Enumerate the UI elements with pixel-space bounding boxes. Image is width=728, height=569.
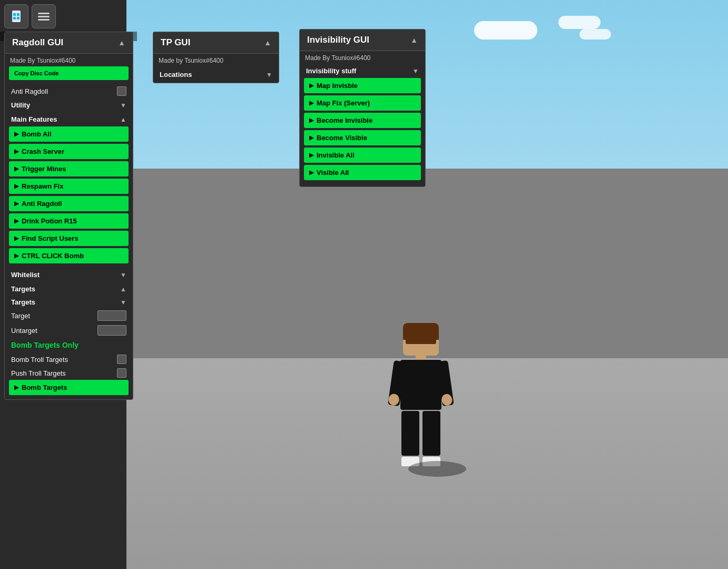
utility-arrow: ▼	[120, 102, 126, 109]
svg-rect-5	[38, 13, 50, 14]
cursor-icon-3: ▶	[14, 165, 18, 172]
bomb-all-button[interactable]: ▶ Bomb All	[9, 126, 129, 142]
cursor-icon-7: ▶	[14, 235, 18, 242]
invis-gui-header: Invisibility GUI ▲	[300, 30, 425, 51]
untarget-input[interactable]	[97, 325, 126, 336]
main-features-label: Main Features	[11, 115, 57, 123]
target-input[interactable]	[97, 310, 126, 321]
top-icons-container	[4, 4, 56, 28]
cursor-icon-6: ▶	[14, 218, 18, 224]
untarget-label: Untarget	[11, 327, 37, 335]
anti-ragdoll-row: Anti Ragdoll	[5, 84, 133, 98]
cursor-icon-mf: ▶	[309, 100, 313, 106]
char-right-leg-upper	[422, 411, 440, 456]
respawn-fix-button[interactable]: ▶ Respawn Fix	[9, 179, 129, 194]
cursor-icon-bomb-targets: ▶	[14, 384, 18, 391]
map-fix-server-button[interactable]: ▶ Map Fix (Server)	[304, 95, 421, 111]
svg-rect-2	[17, 13, 19, 16]
tp-gui-panel: TP GUI ▲ Made by Tsuniox#6400 Locations …	[153, 32, 279, 83]
roblox-logo-icon	[9, 9, 24, 24]
targets-label: Targets	[11, 285, 35, 293]
cursor-icon-bv: ▶	[309, 134, 313, 141]
char-left-leg-upper	[401, 411, 419, 456]
crash-server-button[interactable]: ▶ Crash Server	[9, 144, 129, 159]
cursor-icon-va: ▶	[309, 169, 313, 176]
char-head	[403, 323, 439, 356]
cursor-icon-2: ▶	[14, 148, 18, 155]
invis-gui-collapse[interactable]: ▲	[410, 36, 418, 44]
svg-rect-1	[13, 13, 16, 16]
utility-section[interactable]: Utility ▼	[5, 98, 133, 112]
targets-sub-arrow: ▼	[120, 299, 126, 306]
cursor-icon-ia: ▶	[309, 152, 313, 159]
locations-label: Locations	[160, 71, 192, 79]
cursor-icon-4: ▶	[14, 183, 18, 190]
targets-section-header[interactable]: Targets ▲	[5, 282, 133, 296]
become-visible-button[interactable]: ▶ Become Visible	[304, 130, 421, 145]
char-torso	[400, 360, 441, 410]
targets-sub-label: Targets	[11, 298, 35, 306]
invis-gui-panel: Invisibility GUI ▲ Made By Tsuniox#6400 …	[299, 29, 426, 187]
find-script-users-button[interactable]: ▶ Find Script Users	[9, 231, 129, 246]
map-invisible-button[interactable]: ▶ Map Invisble	[304, 78, 421, 93]
svg-rect-7	[38, 19, 50, 21]
ctrl-click-bomb-button[interactable]: ▶ CTRL CLICK Bomb	[9, 248, 129, 263]
push-troll-targets-checkbox[interactable]	[117, 368, 126, 378]
copy-disc-code-button[interactable]: Copy Disc Code	[9, 66, 129, 80]
chat-icon-button[interactable]	[32, 4, 56, 28]
roblox-icon-button[interactable]	[4, 4, 28, 28]
ragdoll-gui-panel: Ragdoll GUI ▲ Made By Tsuniox#6400 Copy …	[4, 32, 133, 400]
main-features-section[interactable]: Main Features ▲	[5, 112, 133, 126]
visible-all-button[interactable]: ▶ Visible All	[304, 165, 421, 180]
bomb-targets-button[interactable]: ▶ Bomb Targets	[9, 380, 129, 395]
invis-stuff-label: Invisibility stuff	[306, 67, 356, 75]
ragdoll-gui-collapse[interactable]: ▲	[118, 38, 125, 47]
svg-rect-4	[17, 17, 19, 19]
locations-section[interactable]: Locations ▼	[153, 66, 279, 83]
char-legs	[400, 411, 441, 466]
targets-arrow: ▲	[120, 286, 126, 293]
invis-credit: Made By Tsuniox#6400	[300, 51, 425, 64]
cloud-1	[474, 21, 537, 40]
ragdoll-gui-title: Ragdoll GUI	[12, 37, 63, 48]
ragdoll-credit: Made By Tsuniox#6400	[5, 54, 133, 66]
targets-body: Targets ▼ Target Untarget Bomb Targets O…	[5, 296, 133, 399]
main-features-buttons: ▶ Bomb All ▶ Crash Server ▶ Trigger Mine…	[5, 126, 133, 268]
svg-rect-0	[12, 11, 21, 22]
char-shadow	[408, 461, 466, 477]
cursor-icon-5: ▶	[14, 200, 18, 207]
tp-gui-header: TP GUI ▲	[153, 32, 279, 54]
svg-rect-3	[13, 17, 16, 19]
trigger-mines-button[interactable]: ▶ Trigger Mines	[9, 161, 129, 176]
invis-stuff-arrow: ▼	[412, 67, 419, 75]
bomb-troll-targets-row: Bomb Troll Targets	[9, 352, 129, 366]
whitelist-section[interactable]: Whitelist ▼	[5, 268, 133, 282]
targets-sub-section[interactable]: Targets ▼	[9, 296, 129, 308]
sky	[126, 0, 728, 169]
anti-ragdoll-button[interactable]: ▶ Anti Ragdoll	[9, 196, 129, 211]
cursor-icon-8: ▶	[14, 252, 18, 259]
char-right-hand	[441, 394, 453, 407]
cursor-icon-bi: ▶	[309, 117, 313, 124]
utility-label: Utility	[11, 101, 30, 109]
invis-gui-title: Invisibility GUI	[307, 35, 369, 45]
push-troll-targets-label: Push Troll Targets	[11, 369, 66, 377]
whitelist-arrow: ▼	[120, 271, 126, 279]
invis-stuff-section[interactable]: Invisibility stuff ▼	[300, 64, 425, 78]
untarget-row: Untarget	[9, 323, 129, 338]
main-features-arrow: ▲	[120, 116, 126, 123]
char-hair-bottom	[406, 338, 436, 344]
invisible-all-button[interactable]: ▶ Invisible All	[304, 148, 421, 163]
char-neck	[416, 356, 426, 360]
svg-rect-6	[38, 16, 50, 17]
character	[400, 323, 441, 466]
cloud-3	[579, 29, 611, 40]
tp-gui-collapse[interactable]: ▲	[264, 38, 271, 47]
bomb-troll-targets-checkbox[interactable]	[117, 355, 126, 364]
target-label: Target	[11, 312, 30, 320]
become-invisible-button[interactable]: ▶ Become Invisible	[304, 113, 421, 128]
char-right-leg	[422, 411, 440, 466]
drink-potion-button[interactable]: ▶ Drink Potion R15	[9, 213, 129, 229]
push-troll-targets-row: Push Troll Targets	[9, 366, 129, 380]
anti-ragdoll-checkbox[interactable]	[117, 86, 126, 96]
